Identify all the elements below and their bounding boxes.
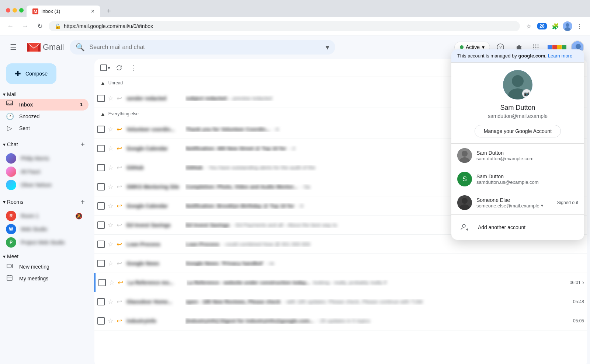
email-checkbox[interactable] <box>97 126 105 133</box>
email-checkbox[interactable] <box>97 260 105 267</box>
account-2-email: samdutton.us@example.com <box>476 179 578 185</box>
email-checkbox[interactable] <box>97 221 105 229</box>
room-3[interactable]: P Project Web Studio <box>0 236 88 249</box>
browser-tab-gmail[interactable]: M Inbox (1) × <box>27 6 100 17</box>
browser-menu-button[interactable]: ⋮ <box>574 20 586 32</box>
star-icon[interactable]: ☆ <box>108 125 114 133</box>
star-icon[interactable]: ☆ <box>108 164 114 172</box>
star-icon[interactable]: ☆ <box>108 202 114 210</box>
window-minimize-dot[interactable] <box>13 8 17 13</box>
extensions-button[interactable]: 🧩 <box>549 20 561 32</box>
room-2[interactable]: W Web Studio <box>0 223 88 236</box>
star-icon[interactable]: ☆ <box>108 94 114 102</box>
email-subject: Notification: 400 New Street @ Top 10 fo… <box>185 146 286 151</box>
forward-button[interactable]: → <box>19 20 31 32</box>
refresh-emails-button[interactable] <box>113 62 125 74</box>
rooms-section-toggle[interactable]: ▾ Rooms <box>3 199 23 205</box>
email-checkbox[interactable] <box>97 95 105 102</box>
forward-icon: ↩ <box>117 259 122 267</box>
email-checkbox[interactable] <box>97 164 105 171</box>
star-icon[interactable]: ☆ <box>108 317 114 325</box>
gmail-logo[interactable]: Gmail <box>27 42 64 52</box>
email-checkbox[interactable] <box>97 145 105 152</box>
account-item-1[interactable]: Sam Dutton sam.dutton@example.com <box>451 144 584 167</box>
star-icon[interactable]: ☆ <box>108 183 114 191</box>
expand-icon: › <box>582 279 584 286</box>
account-avatar-2: S <box>457 172 472 186</box>
email-row-10[interactable]: ☆ ↩ Glassdoor Home... open - 185 New Rev… <box>94 292 587 311</box>
camera-icon[interactable]: 📷 <box>522 89 531 98</box>
add-another-account-button[interactable]: Add another account <box>451 215 584 240</box>
sidebar-item-sent[interactable]: ▷ Sent <box>0 122 88 134</box>
email-checkbox[interactable] <box>97 183 105 190</box>
star-icon[interactable]: ☆ <box>108 144 114 153</box>
chat-contact-2[interactable]: Ali Fauci <box>0 165 88 178</box>
everything-else-collapse-button[interactable]: ▲ <box>100 111 105 117</box>
main-menu-button[interactable]: ☰ <box>6 40 21 55</box>
email-checkbox[interactable] <box>97 202 105 210</box>
sidebar-item-my-meetings[interactable]: My meetings <box>0 273 88 284</box>
mail-section-toggle[interactable]: ▾ Mail <box>3 91 17 97</box>
more-actions-button[interactable]: ⋮ <box>128 62 140 74</box>
star-icon[interactable]: ☆ <box>108 240 114 248</box>
bookmark-button[interactable]: ☆ <box>523 20 535 32</box>
account-item-3[interactable]: Someone Else someone.else@mail.example ▾… <box>451 191 584 214</box>
window-close-dot[interactable] <box>6 8 10 13</box>
search-icon: 🔍 <box>76 43 85 52</box>
meet-section-toggle[interactable]: ▾ Meet <box>3 253 18 259</box>
refresh-button[interactable]: ↻ <box>34 20 46 32</box>
search-input[interactable] <box>89 44 321 50</box>
email-time: 05:48 <box>573 299 584 304</box>
forward-icon: ↩ <box>117 298 122 306</box>
sidebar-item-inbox[interactable]: Inbox 1 <box>0 99 88 111</box>
svg-point-10 <box>538 45 539 46</box>
select-all-checkbox[interactable] <box>100 64 107 71</box>
add-room-button[interactable]: + <box>77 196 88 208</box>
room-1[interactable]: R Room 1 🔕 <box>0 209 88 223</box>
email-row-9[interactable]: ☆ ↩ La Reference mo... La Reference - we… <box>94 273 587 292</box>
chat-contact-3[interactable]: Oliver Nelson <box>0 178 88 192</box>
email-preview: - 2 <box>289 146 295 151</box>
chat-contact-1[interactable]: Philip Morris <box>0 152 88 165</box>
new-tab-button[interactable]: + <box>103 5 115 17</box>
email-checkbox[interactable] <box>97 241 105 248</box>
email-checkbox[interactable] <box>97 298 105 305</box>
sender-name: Glassdoor Home... <box>126 299 185 305</box>
email-subject: Thank you for Volunteer Coordin... <box>185 126 270 132</box>
compose-button[interactable]: ✚ Compose <box>6 63 56 84</box>
manage-google-account-button[interactable]: Manage your Google Account <box>475 125 561 137</box>
sidebar-item-snoozed[interactable]: 🕐 Snoozed <box>0 111 88 122</box>
sidebar-item-new-meeting[interactable]: New meeting <box>0 261 88 273</box>
meet-section-label: Meet <box>7 253 18 259</box>
search-dropdown-icon[interactable]: ▾ <box>326 43 329 52</box>
calendar-extension-button[interactable]: 28 <box>536 20 548 32</box>
star-icon[interactable]: ☆ <box>108 259 114 267</box>
select-all-area: ▾ <box>100 64 110 71</box>
chat-section-toggle[interactable]: ▾ Chat <box>3 141 18 147</box>
email-row-11[interactable]: ☆ ↩ industryinfo [Industryinfo] Digest f… <box>94 311 587 330</box>
star-icon[interactable]: ☆ <box>109 279 115 287</box>
room-3-name: Project Web Studio <box>21 239 65 245</box>
room-avatar-1: R <box>6 211 16 221</box>
account-item-2[interactable]: S Sam Dutton samdutton.us@example.com <box>451 167 584 191</box>
star-icon[interactable]: ☆ <box>108 221 114 229</box>
mail-section-header: ▾ Mail <box>0 90 94 99</box>
unread-collapse-button[interactable]: ▲ <box>100 80 105 86</box>
forward-icon: ↩ <box>117 94 122 102</box>
star-icon[interactable]: ☆ <box>108 298 114 306</box>
select-dropdown-icon[interactable]: ▾ <box>108 65 110 71</box>
email-time: 05:05 <box>573 318 584 323</box>
browser-profile-pic[interactable] <box>563 21 572 31</box>
email-row-8[interactable]: ☆ ↩ Google News Google News: 'Privacy ha… <box>94 254 587 273</box>
email-checkbox[interactable] <box>98 279 106 286</box>
url-input[interactable] <box>64 23 514 29</box>
email-checkbox[interactable] <box>97 317 105 325</box>
window-maximize-dot[interactable] <box>19 8 24 13</box>
account-avatar-3 <box>457 195 472 210</box>
email-content: La Reference - website under constructio… <box>187 280 567 286</box>
back-button[interactable]: ← <box>4 20 16 32</box>
forward-icon: ↩ <box>117 240 122 248</box>
learn-more-link[interactable]: Learn more <box>548 53 572 59</box>
add-chat-button[interactable]: + <box>77 139 88 150</box>
tab-close-button[interactable]: × <box>91 8 94 14</box>
